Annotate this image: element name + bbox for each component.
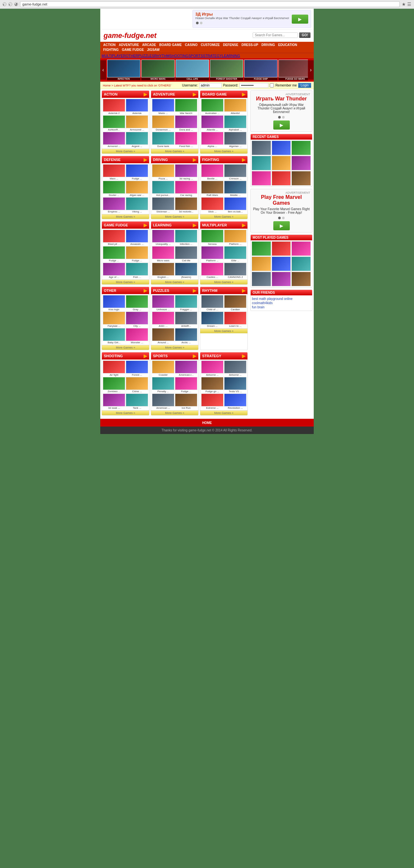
nav-rhythm[interactable]: RHYTHM <box>154 54 170 58</box>
shooting-arrow[interactable]: ▶ <box>144 353 147 359</box>
sports-arrow[interactable]: ▶ <box>193 353 196 359</box>
list-item[interactable]: Fudge go ... <box>201 377 223 393</box>
list-item[interactable]: Unequality ... <box>152 229 174 246</box>
list-item[interactable]: Age of ... <box>103 263 125 279</box>
username-input[interactable] <box>199 83 222 88</box>
list-item[interactable]: 3d motorbi... <box>175 197 197 213</box>
gamefudge-arrow[interactable]: ▶ <box>144 222 147 228</box>
other-more-games[interactable]: More Games » <box>102 345 149 350</box>
list-item[interactable]: Pizza ... <box>152 164 174 180</box>
list-item[interactable] <box>252 141 271 155</box>
list-item[interactable]: Ice Run <box>175 394 197 409</box>
shooting-more-games[interactable]: More Games » <box>102 410 149 415</box>
rhythm-more-games[interactable]: More Games » <box>200 329 247 333</box>
list-item[interactable] <box>252 156 271 170</box>
list-item[interactable]: Airborne ... <box>224 361 246 376</box>
browser-refresh[interactable]: ↺ <box>14 2 18 6</box>
list-item[interactable]: Crime ... <box>126 377 148 393</box>
list-item[interactable]: Assassin ... <box>126 229 148 246</box>
slider-prev-button[interactable]: ‹ <box>100 60 106 80</box>
multiplayer-more-games[interactable]: More Games » <box>200 280 247 284</box>
action-more-games[interactable]: More Games » <box>102 149 149 154</box>
nav-action[interactable]: ACTION <box>102 42 117 47</box>
sports-more-games[interactable]: More Games » <box>151 410 198 415</box>
list-item[interactable]: Armoured ... <box>126 115 148 131</box>
list-item[interactable]: Tank ... <box>126 394 148 409</box>
list-item[interactable]: Stick ... <box>201 197 223 213</box>
slider-next-button[interactable]: › <box>308 60 314 80</box>
list-item[interactable]: Coaster <box>152 361 174 376</box>
fighting-more-games[interactable]: More Games » <box>200 214 247 219</box>
list-item[interactable]: Algerian ... <box>224 132 246 148</box>
list-item[interactable]: Castles ... <box>201 263 223 279</box>
puzzles-arrow[interactable]: ▶ <box>193 288 196 293</box>
list-item[interactable]: Air fight <box>103 361 125 376</box>
driving-arrow[interactable]: ▶ <box>193 157 196 162</box>
list-item[interactable] <box>252 272 271 286</box>
list-item[interactable]: Feed fish ... <box>175 132 197 148</box>
nav-education[interactable]: EDUCATION <box>277 42 299 47</box>
list-item[interactable]: City ... <box>126 312 148 328</box>
list-item[interactable]: Monster ... <box>126 328 148 344</box>
nav-strategy[interactable]: STRATEGY <box>203 54 222 58</box>
list-item[interactable]: Fudge ... <box>126 246 148 262</box>
list-item[interactable]: ASD: ... <box>152 312 174 328</box>
list-item[interactable]: Infection ... <box>175 229 197 246</box>
list-item[interactable]: Cardian <box>224 295 246 311</box>
list-item[interactable]: Afgan war ... <box>126 181 148 196</box>
list-item[interactable]: English ... <box>152 263 174 279</box>
list-item[interactable]: Fudge ... <box>126 164 148 180</box>
list-item[interactable] <box>252 171 271 186</box>
list-item[interactable]: Mario ... <box>152 99 174 115</box>
password-input[interactable] <box>239 83 269 88</box>
list-item[interactable] <box>291 256 311 271</box>
list-item[interactable] <box>272 141 291 155</box>
list-item[interactable] <box>291 272 311 286</box>
list-item[interactable]: Forest ... <box>126 361 148 376</box>
list-item[interactable]: American-r... <box>175 361 197 376</box>
browser-forward[interactable]: › <box>8 2 12 6</box>
list-item[interactable]: Viking ... <box>126 197 148 213</box>
breadcrumb-latest[interactable]: Latest WTF? <box>114 84 131 87</box>
list-item[interactable] <box>291 241 311 256</box>
list-item[interactable]: Doxter ... <box>103 181 125 196</box>
nav-game-fudge[interactable]: GAME FUDGE <box>120 47 145 52</box>
breadcrumb-home[interactable]: Home <box>103 84 111 87</box>
nav-customize[interactable]: CUSTOMIZE <box>199 42 221 47</box>
nav-board-game[interactable]: BOARD GAME <box>158 42 183 47</box>
list-item[interactable]: Blast pit ... <box>103 229 125 246</box>
puzzles-more-games[interactable]: More Games » <box>151 345 198 350</box>
nav-casino[interactable]: CASINO <box>183 42 199 47</box>
slider-item-infection[interactable]: INFECTION <box>107 60 140 80</box>
list-item[interactable]: Hot pursui... <box>152 181 174 196</box>
nav-adventure[interactable]: ADVENTURE <box>117 42 140 47</box>
list-item[interactable]: (flowers) <box>175 263 197 279</box>
nav-puzzles[interactable]: PUZZLES <box>138 54 154 58</box>
adventure-more-games[interactable]: More Games » <box>151 149 198 154</box>
list-item[interactable]: Penalty ... <box>152 377 174 393</box>
remember-me-checkbox[interactable] <box>270 83 274 88</box>
list-item[interactable]: Fudge ... <box>103 246 125 262</box>
nav-sports[interactable]: SPORTS <box>188 54 203 58</box>
nav-dress-up[interactable]: DRESS-UP <box>240 42 260 47</box>
list-item[interactable]: Extreme ... <box>201 394 223 409</box>
list-item[interactable]: Around ... <box>152 328 174 344</box>
list-item[interactable]: American ... <box>152 394 174 409</box>
strategy-arrow[interactable]: ▶ <box>242 353 245 359</box>
list-item[interactable]: Airborne ... <box>201 361 223 376</box>
list-item[interactable]: Dora and ... <box>175 115 197 131</box>
search-go-button[interactable]: GO! <box>299 32 310 38</box>
browser-back[interactable]: ‹ <box>3 2 6 6</box>
list-item[interactable]: Car racing <box>175 181 197 196</box>
list-item[interactable]: Mars ... <box>103 164 125 180</box>
strategy-more-games[interactable]: More Games » <box>200 410 247 415</box>
list-item[interactable]: Atlantis! <box>224 99 246 115</box>
list-item[interactable] <box>291 141 311 155</box>
ad-play-button[interactable]: ▶ <box>292 14 308 24</box>
list-item[interactable]: AshtonR... <box>103 115 125 131</box>
defense-more-games[interactable]: More Games » <box>102 214 149 219</box>
list-item[interactable]: Platform ... <box>224 229 246 246</box>
list-item[interactable]: Tesla VS ... <box>224 377 246 393</box>
list-item[interactable]: Stickman ... <box>152 197 174 213</box>
site-logo[interactable]: game-fudge.net <box>104 31 157 40</box>
